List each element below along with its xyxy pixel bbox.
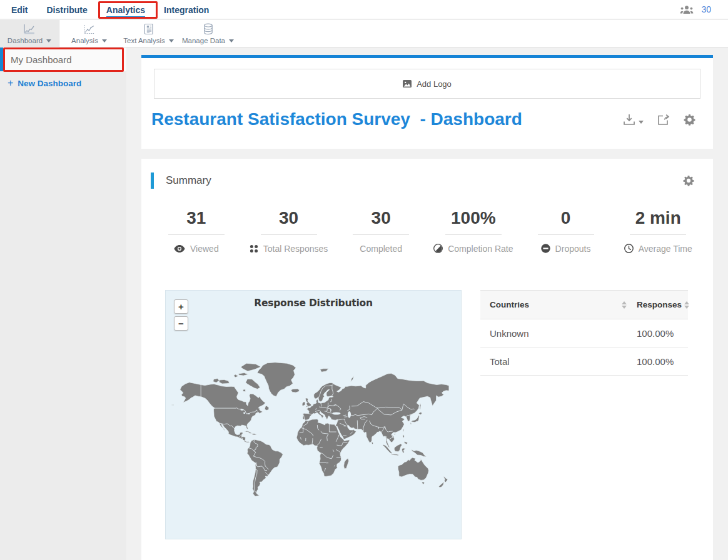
new-dashboard-button[interactable]: + New Dashboard	[8, 79, 126, 88]
response-distribution-map: Response Distribution + −	[165, 290, 462, 539]
responses-count[interactable]: 30	[701, 4, 711, 14]
sidebar-item-label: My Dashboard	[11, 54, 72, 65]
summary-title: Summary	[166, 174, 211, 187]
page-title: Restaurant Satisfaction Survey - Dashboa…	[151, 109, 522, 129]
stat-caption: Viewed	[174, 243, 219, 254]
summary-settings-button[interactable]	[683, 175, 694, 186]
text-document-icon	[143, 23, 154, 35]
title-row: Restaurant Satisfaction Survey - Dashboa…	[141, 109, 713, 129]
stat-average-time: 2 min Average Time	[612, 209, 704, 254]
map-title: Response Distribution	[166, 298, 461, 309]
dots-grid-icon	[250, 244, 258, 253]
countries-table: Countries Responses Unknown 100.00% Tota…	[480, 290, 688, 539]
summary-card: Summary 31 Viewed	[141, 159, 713, 560]
toolbar-tab-label: Dashboard	[8, 37, 51, 46]
share-button[interactable]	[657, 114, 670, 126]
stat-completed: 30 Completed	[335, 209, 427, 254]
stat-underline	[630, 234, 686, 235]
toolbar-tab-label: Analysis	[71, 37, 107, 46]
stat-label: Completed	[360, 244, 402, 254]
image-icon	[403, 80, 412, 88]
people-icon[interactable]	[680, 4, 694, 14]
line-chart-icon	[23, 23, 36, 35]
stat-caption: Completed	[360, 243, 402, 254]
nav-item-edit[interactable]: Edit	[11, 1, 28, 18]
sort-icon[interactable]	[684, 301, 689, 309]
stat-value: 31	[186, 209, 206, 227]
main-content: Add Logo Restaurant Satisfaction Survey …	[126, 48, 728, 560]
add-logo-button[interactable]: Add Logo	[154, 69, 700, 99]
map-and-table-row: Response Distribution + − Countries Resp…	[165, 290, 689, 539]
stat-underline	[353, 234, 409, 235]
stat-caption: Dropouts	[541, 243, 591, 254]
stat-label: Dropouts	[555, 244, 591, 254]
stat-total-responses: 30 Total Responses	[243, 209, 335, 254]
stat-underline	[445, 234, 502, 235]
stat-label: Total Responses	[263, 244, 328, 254]
stat-value: 2 min	[635, 209, 681, 227]
nav-item-integration[interactable]: Integration	[164, 1, 209, 18]
stat-label: Viewed	[190, 244, 219, 254]
stat-label: Average Time	[639, 244, 692, 254]
cell-country: Total	[480, 356, 632, 367]
eye-icon	[174, 245, 185, 252]
column-header-label: Countries	[490, 300, 529, 309]
stat-value: 0	[561, 209, 571, 227]
trend-chart-icon	[83, 23, 96, 35]
toolbar-tab-manage-data[interactable]: Manage Data	[178, 20, 238, 48]
share-icon	[657, 114, 670, 126]
toolbar-tab-analysis[interactable]: Analysis	[59, 20, 119, 48]
stat-caption: Average Time	[624, 243, 692, 254]
column-header-responses[interactable]: Responses	[632, 300, 688, 309]
stat-underline	[168, 234, 225, 235]
summary-header: Summary	[141, 172, 713, 189]
dashboard-sidebar: My Dashboard + New Dashboard	[0, 48, 126, 560]
nav-item-label: Edit	[11, 5, 28, 15]
minus-circle-icon	[541, 244, 550, 253]
world-map	[171, 359, 449, 496]
nav-item-label: Analytics	[106, 5, 145, 18]
toolbar-tab-dashboard[interactable]: Dashboard	[0, 20, 59, 48]
sort-icon[interactable]	[622, 301, 627, 309]
chevron-down-icon	[169, 39, 174, 42]
table-row: Total 100.00%	[480, 348, 688, 376]
nav-item-distribute[interactable]: Distribute	[46, 1, 87, 18]
stat-viewed: 31 Viewed	[150, 209, 243, 254]
column-header-label: Responses	[637, 300, 682, 309]
add-logo-label: Add Logo	[417, 79, 452, 89]
toolbar-tab-label: Manage Data	[182, 37, 234, 46]
nav-item-analytics[interactable]: Analytics	[106, 1, 145, 18]
top-navigation: Edit Distribute Analytics Integration 30	[0, 0, 728, 19]
settings-button[interactable]	[684, 114, 695, 126]
nav-item-label: Integration	[164, 5, 209, 15]
stat-caption: Completion Rate	[433, 243, 513, 254]
stat-value: 100%	[451, 209, 496, 227]
cell-country: Unknown	[480, 328, 632, 339]
chevron-down-icon	[639, 121, 644, 124]
gear-icon	[683, 175, 694, 186]
database-icon	[203, 23, 214, 35]
map-zoom-in-button[interactable]: +	[174, 299, 188, 314]
cell-responses: 100.00%	[632, 328, 688, 339]
plus-icon: +	[8, 78, 13, 88]
stat-caption: Total Responses	[250, 243, 328, 254]
stat-label: Completion Rate	[448, 244, 513, 254]
table-row: Unknown 100.00%	[480, 319, 688, 348]
chevron-down-icon	[46, 39, 51, 42]
table-header-row: Countries Responses	[480, 290, 688, 319]
summary-stats-row: 31 Viewed 30	[141, 209, 713, 254]
half-circle-icon	[433, 244, 443, 253]
clock-icon	[624, 244, 634, 253]
toolbar-tab-label: Text Analysis	[123, 37, 173, 46]
gear-icon	[684, 114, 695, 126]
toolbar-tab-text-analysis[interactable]: Text Analysis	[119, 20, 178, 48]
column-header-countries[interactable]: Countries	[480, 300, 632, 309]
stat-value: 30	[372, 209, 391, 227]
download-button[interactable]	[623, 114, 644, 126]
chevron-down-icon	[102, 39, 107, 42]
sidebar-item-my-dashboard[interactable]: My Dashboard	[0, 48, 126, 71]
map-zoom-out-button[interactable]: −	[174, 316, 188, 331]
nav-items: Edit Distribute Analytics Integration	[0, 1, 228, 18]
dashboard-header-card: Add Logo Restaurant Satisfaction Survey …	[141, 55, 713, 149]
chevron-down-icon	[229, 39, 234, 42]
